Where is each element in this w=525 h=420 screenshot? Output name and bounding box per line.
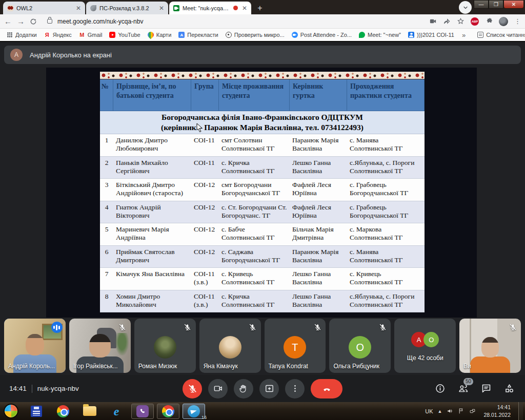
participant-tile[interactable]: AOЩе 42 особи (394, 319, 456, 373)
bookmark-item[interactable]: Проверить микро... (222, 32, 288, 38)
close-window-button[interactable]: ✕ (503, 0, 524, 9)
bookmark-item[interactable]: )))2021 СОІ-11 (405, 32, 458, 38)
divider (32, 385, 32, 393)
raise-hand-button[interactable] (234, 379, 253, 398)
reload-button[interactable] (30, 18, 37, 25)
share-icon[interactable] (443, 17, 451, 25)
bookmark-label: Додатки (15, 32, 37, 38)
participant-tile[interactable]: ООльга Рибцуник (329, 319, 391, 373)
participant-tile[interactable]: Ви (459, 319, 521, 373)
taskbar-item-chrome-pinned[interactable] (55, 405, 71, 418)
browser-tab[interactable]: ПС-Розклад v.3.8.2✕ (86, 2, 168, 14)
bookmark-star-icon[interactable] (457, 17, 465, 25)
bookmarks-overflow-icon[interactable]: » (458, 31, 470, 39)
presenter-avatar: А (10, 49, 23, 61)
table-cell: с. Саджава Богородчанської ТГ (219, 246, 290, 268)
minimize-button[interactable]: — (474, 0, 489, 9)
activities-button[interactable] (504, 383, 515, 394)
bookmark-item[interactable]: Meet: "~new" (355, 32, 405, 38)
bookmark-item[interactable]: AПерекласти (175, 32, 221, 38)
adblock-extension-icon[interactable]: ABP (471, 17, 479, 26)
present-screen-button[interactable] (259, 379, 279, 398)
taskbar-item-chrome-running[interactable] (157, 404, 179, 419)
bookmark-item[interactable]: Карти (144, 32, 175, 38)
extensions-puzzle-icon[interactable] (485, 17, 493, 25)
bookmark-label: Проверить микро... (234, 32, 285, 38)
speaker-icon[interactable] (447, 408, 453, 414)
bookmark-item[interactable]: MGmail (75, 32, 106, 38)
meet-app: А Андрій Королько на екрані №Прізвище, і… (0, 42, 525, 402)
participants-button[interactable]: 50 (458, 383, 469, 394)
network-icon[interactable] (469, 408, 476, 414)
tab-close-icon[interactable]: ✕ (242, 5, 247, 12)
participant-tile[interactable]: Яна Кімачук (199, 319, 261, 373)
bookmark-item[interactable]: ЯЯндекс (41, 32, 75, 38)
maximize-button[interactable]: ❐ (489, 0, 503, 9)
table-cell: СОІ-11 (з.в.) (191, 268, 219, 290)
taskbar-item-telegram[interactable]: 16 (183, 404, 205, 419)
new-tab-button[interactable]: + (253, 2, 267, 14)
mic-toggle-button[interactable] (183, 379, 202, 398)
url-text[interactable]: meet.google.com/nuk-ycqa-nbv (57, 18, 424, 25)
language-indicator[interactable]: UK (425, 408, 433, 414)
table-cell: с. Ст. Богородчани Ст. Богородчанс. ТГ (219, 201, 290, 224)
start-button[interactable] (4, 404, 18, 418)
participant-tile[interactable]: Андрій Король... (4, 319, 66, 373)
bookmark-label: Карти (156, 32, 172, 38)
taskbar-item-internet-explorer[interactable]: e (109, 405, 124, 418)
browser-menu-icon[interactable]: ⋮ (514, 17, 521, 25)
participant-tile[interactable]: Ігор Райківськ... (69, 319, 131, 373)
table-cell: Данилюк Дмитро Любомирович (113, 134, 191, 157)
participant-tile[interactable]: TTanya Kondrat (265, 319, 326, 373)
mouse-cursor (196, 123, 203, 132)
taskbar-item-viber[interactable] (131, 404, 154, 419)
participant-name: Ольга Рибцуник (333, 363, 379, 370)
show-desktop-button[interactable] (518, 402, 523, 420)
browser-tab[interactable]: Meet: "nuk-ycqa-nbv"✕ (169, 2, 251, 14)
table-cell: СОІ-12 (191, 223, 219, 246)
zoom-icon (292, 32, 298, 38)
chat-button[interactable] (481, 383, 492, 394)
table-cell: СОІ-12 (191, 201, 219, 224)
participant-tile[interactable]: Роман Мизюк (134, 319, 196, 373)
reading-list-button[interactable]: Список читання (474, 32, 525, 38)
bookmark-item[interactable]: YouTube (106, 32, 144, 38)
participant-name: Tanya Kondrat (269, 363, 308, 370)
media-camera-icon[interactable] (429, 17, 437, 25)
bookmark-item[interactable]: Post Attendee - Zo... (288, 32, 355, 38)
muted-indicator (117, 322, 128, 332)
yandex-icon: Я (44, 32, 50, 38)
speaking-indicator (51, 322, 63, 333)
meeting-details-button[interactable] (435, 383, 446, 394)
table-cell: с. Манява Солотвинської ТГ (347, 134, 425, 157)
taskbar-item-total-commander[interactable] (29, 405, 44, 418)
bookmark-item[interactable]: Додатки (3, 32, 41, 38)
tab-label: OWL2 (16, 5, 73, 11)
tab-close-icon[interactable]: ✕ (159, 5, 164, 12)
tray-expand-icon[interactable]: ▲ (438, 409, 442, 414)
clock-date: 28.01.2022 (483, 411, 511, 418)
lock-icon (47, 19, 52, 24)
more-options-button[interactable] (285, 379, 305, 398)
table-section-title: Богородчанська філія Івано-Франківського… (100, 111, 425, 134)
table-cell: 2 (100, 157, 113, 179)
camera-icon (213, 384, 223, 393)
browser-tab[interactable]: OWL2✕ (3, 2, 85, 14)
forward-button[interactable]: → (17, 17, 25, 25)
action-center-flag-icon[interactable] (458, 408, 465, 414)
tab-close-icon[interactable]: ✕ (76, 5, 81, 12)
meeting-panels: 50 (435, 383, 515, 394)
taskbar-item-explorer[interactable] (82, 405, 97, 418)
table-column-header: Група (191, 79, 219, 111)
owl-icon (7, 5, 13, 11)
person-silhouette-head (26, 334, 44, 355)
back-button[interactable]: ← (4, 17, 12, 25)
table-cell: 3 (100, 179, 113, 201)
table-cell: 7 (100, 268, 113, 290)
profile-avatar[interactable] (499, 17, 508, 26)
table-cell: Хомин Дмитро Миколайович (113, 290, 191, 313)
tab-search-button[interactable] (459, 1, 472, 14)
camera-toggle-button[interactable] (208, 379, 228, 398)
leave-call-button[interactable] (311, 379, 342, 398)
taskbar-clock[interactable]: 14:41 28.01.2022 (480, 404, 514, 418)
